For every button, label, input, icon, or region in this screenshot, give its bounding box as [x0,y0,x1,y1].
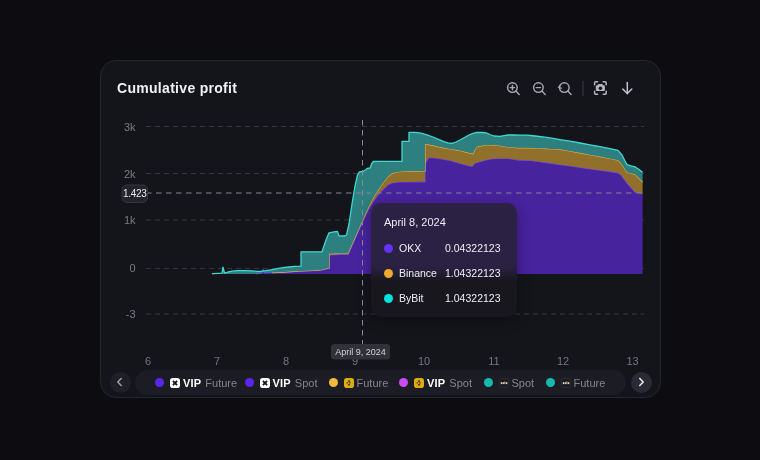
svg-text:7: 7 [214,355,220,367]
svg-text:April 9, 2024: April 9, 2024 [335,347,386,357]
svg-text:1.423: 1.423 [123,188,147,199]
svg-text:1k: 1k [124,214,136,226]
svg-text:10: 10 [418,355,430,367]
svg-text:2k: 2k [124,168,136,180]
svg-text:8: 8 [283,355,289,367]
svg-text:-3: -3 [126,308,136,320]
svg-text:6: 6 [145,355,151,367]
svg-text:3k: 3k [124,121,136,133]
svg-text:13: 13 [626,355,638,367]
svg-text:0: 0 [129,262,135,274]
svg-text:12: 12 [557,355,569,367]
svg-text:11: 11 [488,355,499,367]
